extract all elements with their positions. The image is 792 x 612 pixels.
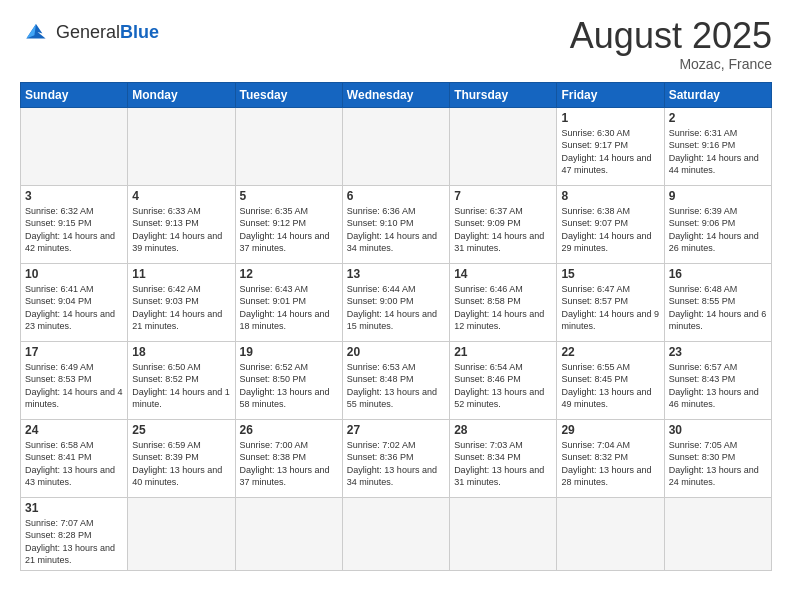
day-number: 31 — [25, 501, 123, 515]
day-number: 28 — [454, 423, 552, 437]
day-info: Sunrise: 6:52 AM Sunset: 8:50 PM Dayligh… — [240, 361, 338, 411]
calendar-week-row: 10Sunrise: 6:41 AM Sunset: 9:04 PM Dayli… — [21, 263, 772, 341]
day-info: Sunrise: 7:04 AM Sunset: 8:32 PM Dayligh… — [561, 439, 659, 489]
day-number: 20 — [347, 345, 445, 359]
table-row: 5Sunrise: 6:35 AM Sunset: 9:12 PM Daylig… — [235, 185, 342, 263]
table-row: 17Sunrise: 6:49 AM Sunset: 8:53 PM Dayli… — [21, 341, 128, 419]
day-number: 15 — [561, 267, 659, 281]
header-thursday: Thursday — [450, 82, 557, 107]
header-wednesday: Wednesday — [342, 82, 449, 107]
day-info: Sunrise: 6:44 AM Sunset: 9:00 PM Dayligh… — [347, 283, 445, 333]
table-row: 25Sunrise: 6:59 AM Sunset: 8:39 PM Dayli… — [128, 419, 235, 497]
day-number: 7 — [454, 189, 552, 203]
day-number: 25 — [132, 423, 230, 437]
day-info: Sunrise: 6:50 AM Sunset: 8:52 PM Dayligh… — [132, 361, 230, 411]
day-number: 24 — [25, 423, 123, 437]
day-info: Sunrise: 7:03 AM Sunset: 8:34 PM Dayligh… — [454, 439, 552, 489]
table-row: 28Sunrise: 7:03 AM Sunset: 8:34 PM Dayli… — [450, 419, 557, 497]
header-tuesday: Tuesday — [235, 82, 342, 107]
day-info: Sunrise: 6:59 AM Sunset: 8:39 PM Dayligh… — [132, 439, 230, 489]
table-row: 13Sunrise: 6:44 AM Sunset: 9:00 PM Dayli… — [342, 263, 449, 341]
calendar-week-row: 24Sunrise: 6:58 AM Sunset: 8:41 PM Dayli… — [21, 419, 772, 497]
page: GeneralBlue August 2025 Mozac, France Su… — [0, 0, 792, 612]
table-row: 6Sunrise: 6:36 AM Sunset: 9:10 PM Daylig… — [342, 185, 449, 263]
table-row: 24Sunrise: 6:58 AM Sunset: 8:41 PM Dayli… — [21, 419, 128, 497]
table-row: 31Sunrise: 7:07 AM Sunset: 8:28 PM Dayli… — [21, 497, 128, 570]
table-row: 15Sunrise: 6:47 AM Sunset: 8:57 PM Dayli… — [557, 263, 664, 341]
day-info: Sunrise: 6:53 AM Sunset: 8:48 PM Dayligh… — [347, 361, 445, 411]
calendar-week-row: 17Sunrise: 6:49 AM Sunset: 8:53 PM Dayli… — [21, 341, 772, 419]
day-info: Sunrise: 6:32 AM Sunset: 9:15 PM Dayligh… — [25, 205, 123, 255]
header-saturday: Saturday — [664, 82, 771, 107]
day-info: Sunrise: 6:38 AM Sunset: 9:07 PM Dayligh… — [561, 205, 659, 255]
day-number: 4 — [132, 189, 230, 203]
day-info: Sunrise: 7:05 AM Sunset: 8:30 PM Dayligh… — [669, 439, 767, 489]
table-row — [128, 497, 235, 570]
day-number: 19 — [240, 345, 338, 359]
table-row: 26Sunrise: 7:00 AM Sunset: 8:38 PM Dayli… — [235, 419, 342, 497]
table-row — [21, 107, 128, 185]
header: GeneralBlue August 2025 Mozac, France — [20, 16, 772, 72]
day-info: Sunrise: 6:37 AM Sunset: 9:09 PM Dayligh… — [454, 205, 552, 255]
day-info: Sunrise: 6:49 AM Sunset: 8:53 PM Dayligh… — [25, 361, 123, 411]
day-info: Sunrise: 6:36 AM Sunset: 9:10 PM Dayligh… — [347, 205, 445, 255]
day-number: 27 — [347, 423, 445, 437]
calendar-week-row: 1Sunrise: 6:30 AM Sunset: 9:17 PM Daylig… — [21, 107, 772, 185]
day-info: Sunrise: 6:30 AM Sunset: 9:17 PM Dayligh… — [561, 127, 659, 177]
day-info: Sunrise: 6:47 AM Sunset: 8:57 PM Dayligh… — [561, 283, 659, 333]
day-info: Sunrise: 6:46 AM Sunset: 8:58 PM Dayligh… — [454, 283, 552, 333]
day-number: 17 — [25, 345, 123, 359]
day-info: Sunrise: 6:43 AM Sunset: 9:01 PM Dayligh… — [240, 283, 338, 333]
table-row: 27Sunrise: 7:02 AM Sunset: 8:36 PM Dayli… — [342, 419, 449, 497]
day-number: 23 — [669, 345, 767, 359]
table-row: 18Sunrise: 6:50 AM Sunset: 8:52 PM Dayli… — [128, 341, 235, 419]
day-number: 26 — [240, 423, 338, 437]
day-number: 30 — [669, 423, 767, 437]
day-number: 13 — [347, 267, 445, 281]
day-number: 6 — [347, 189, 445, 203]
table-row: 2Sunrise: 6:31 AM Sunset: 9:16 PM Daylig… — [664, 107, 771, 185]
day-info: Sunrise: 7:02 AM Sunset: 8:36 PM Dayligh… — [347, 439, 445, 489]
day-number: 1 — [561, 111, 659, 125]
table-row: 21Sunrise: 6:54 AM Sunset: 8:46 PM Dayli… — [450, 341, 557, 419]
logo: GeneralBlue — [20, 16, 159, 48]
day-info: Sunrise: 7:07 AM Sunset: 8:28 PM Dayligh… — [25, 517, 123, 567]
day-number: 5 — [240, 189, 338, 203]
table-row — [450, 107, 557, 185]
table-row — [557, 497, 664, 570]
table-row — [342, 497, 449, 570]
table-row — [450, 497, 557, 570]
header-monday: Monday — [128, 82, 235, 107]
day-number: 10 — [25, 267, 123, 281]
day-info: Sunrise: 6:57 AM Sunset: 8:43 PM Dayligh… — [669, 361, 767, 411]
day-info: Sunrise: 6:41 AM Sunset: 9:04 PM Dayligh… — [25, 283, 123, 333]
day-info: Sunrise: 6:48 AM Sunset: 8:55 PM Dayligh… — [669, 283, 767, 333]
day-number: 8 — [561, 189, 659, 203]
table-row: 4Sunrise: 6:33 AM Sunset: 9:13 PM Daylig… — [128, 185, 235, 263]
table-row: 3Sunrise: 6:32 AM Sunset: 9:15 PM Daylig… — [21, 185, 128, 263]
day-info: Sunrise: 7:00 AM Sunset: 8:38 PM Dayligh… — [240, 439, 338, 489]
table-row — [235, 497, 342, 570]
day-number: 29 — [561, 423, 659, 437]
table-row: 19Sunrise: 6:52 AM Sunset: 8:50 PM Dayli… — [235, 341, 342, 419]
table-row: 14Sunrise: 6:46 AM Sunset: 8:58 PM Dayli… — [450, 263, 557, 341]
table-row — [342, 107, 449, 185]
title-block: August 2025 Mozac, France — [570, 16, 772, 72]
day-number: 9 — [669, 189, 767, 203]
day-number: 16 — [669, 267, 767, 281]
day-info: Sunrise: 6:39 AM Sunset: 9:06 PM Dayligh… — [669, 205, 767, 255]
header-sunday: Sunday — [21, 82, 128, 107]
table-row: 30Sunrise: 7:05 AM Sunset: 8:30 PM Dayli… — [664, 419, 771, 497]
day-info: Sunrise: 6:58 AM Sunset: 8:41 PM Dayligh… — [25, 439, 123, 489]
day-number: 12 — [240, 267, 338, 281]
table-row: 10Sunrise: 6:41 AM Sunset: 9:04 PM Dayli… — [21, 263, 128, 341]
table-row: 11Sunrise: 6:42 AM Sunset: 9:03 PM Dayli… — [128, 263, 235, 341]
day-info: Sunrise: 6:35 AM Sunset: 9:12 PM Dayligh… — [240, 205, 338, 255]
table-row: 23Sunrise: 6:57 AM Sunset: 8:43 PM Dayli… — [664, 341, 771, 419]
logo-text: GeneralBlue — [56, 22, 159, 43]
calendar-table: Sunday Monday Tuesday Wednesday Thursday… — [20, 82, 772, 571]
day-info: Sunrise: 6:31 AM Sunset: 9:16 PM Dayligh… — [669, 127, 767, 177]
table-row: 8Sunrise: 6:38 AM Sunset: 9:07 PM Daylig… — [557, 185, 664, 263]
day-number: 2 — [669, 111, 767, 125]
logo-icon — [20, 16, 52, 48]
